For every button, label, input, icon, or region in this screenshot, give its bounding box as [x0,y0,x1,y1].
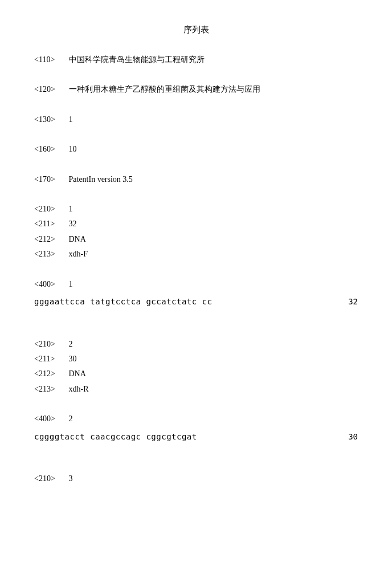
page-title: 序列表 [34,23,358,36]
tag-213: <213> [34,383,63,396]
seq1-sequence-line: gggaattcca tatgtcctca gccatctatc cc 32 [34,295,358,308]
val-120: 一种利用木糖生产乙醇酸的重组菌及其构建方法与应用 [69,85,260,93]
entry-160: <160> 10 [34,143,358,156]
val-213: xdh-F [69,250,88,258]
val-130: 1 [69,115,73,124]
tag-160: <160> [34,143,63,156]
tag-211: <211> [34,353,63,365]
tag-212: <212> [34,368,63,380]
tag-213: <213> [34,248,63,260]
seq1-length: 32 [348,295,358,308]
val-213: xdh-R [69,385,89,393]
val-212: DNA [69,369,86,378]
seq2-meta: <210> 2 <211> 30 <212> DNA <213> xdh-R [34,338,358,396]
seq1-meta: <210> 1 <211> 32 <212> DNA <213> xdh-F [34,203,358,261]
val-210: 1 [69,205,73,213]
tag-211: <211> [34,218,63,230]
tag-212: <212> [34,233,63,246]
val-400: 1 [69,280,73,288]
val-211: 30 [69,355,77,363]
seq2-length: 30 [348,430,358,443]
tag-210: <210> [34,203,63,215]
entry-110: <110> 中国科学院青岛生物能源与工程研究所 [34,54,358,66]
seq2-sequence: cggggtacct caacgccagc cggcgtcgat [34,430,197,443]
seq2-211: <211> 30 [34,353,358,365]
val-170: PatentIn version 3.5 [69,175,133,184]
seq2-sequence-line: cggggtacct caacgccagc cggcgtcgat 30 [34,430,358,443]
seq1-210: <210> 1 [34,203,358,215]
seq1-sequence: gggaattcca tatgtcctca gccatctatc cc [34,295,213,308]
val-160: 10 [69,145,77,153]
seq2-213: <213> xdh-R [34,383,358,396]
tag-120: <120> [34,83,63,96]
tag-110: <110> [34,54,63,66]
tag-130: <130> [34,113,63,126]
seq1-211: <211> 32 [34,218,358,230]
tag-210: <210> [34,473,63,485]
val-212: DNA [69,235,86,243]
tag-170: <170> [34,173,63,186]
seq1-212: <212> DNA [34,233,358,246]
val-210: 3 [69,474,73,483]
val-211: 32 [69,219,77,228]
entry-170: <170> PatentIn version 3.5 [34,173,358,186]
seq2-400: <400> 2 [34,413,358,425]
entry-130: <130> 1 [34,113,358,126]
seq3-210: <210> 3 [34,473,358,485]
tag-400: <400> [34,278,63,291]
entry-120: <120> 一种利用木糖生产乙醇酸的重组菌及其构建方法与应用 [34,83,358,96]
seq1-213: <213> xdh-F [34,248,358,260]
tag-400: <400> [34,413,63,425]
tag-210: <210> [34,338,63,351]
seq1-400: <400> 1 [34,278,358,291]
seq2-210: <210> 2 [34,338,358,351]
val-400: 2 [69,414,73,423]
val-110: 中国科学院青岛生物能源与工程研究所 [69,55,205,64]
seq2-212: <212> DNA [34,368,358,380]
val-210: 2 [69,340,73,348]
